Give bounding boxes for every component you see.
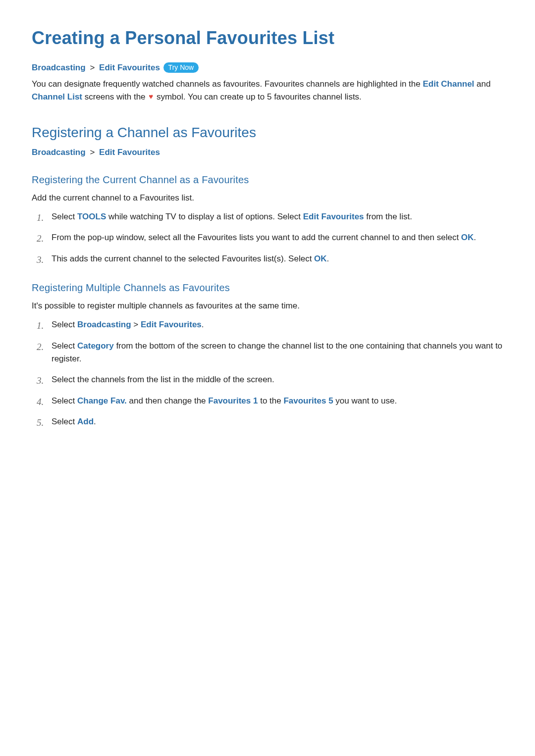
- step-text: Select: [52, 320, 77, 329]
- step-text: Select: [52, 341, 77, 351]
- term-edit-favourites: Edit Favourites: [141, 320, 202, 329]
- step-item: From the pop-up window, select all the F…: [32, 231, 503, 244]
- step-text: This adds the current channel to the sel…: [52, 254, 314, 263]
- term-category: Category: [77, 341, 114, 351]
- step-text: .: [474, 233, 476, 242]
- step-text: Select: [52, 396, 77, 405]
- steps-multi-channel: Select Broadcasting > Edit Favourites. S…: [32, 318, 503, 428]
- term-edit-favourites: Edit Favourites: [303, 212, 364, 221]
- step-text: .: [202, 320, 204, 329]
- heart-icon: ♥: [149, 91, 153, 102]
- intro-text-3: screens with the: [82, 92, 148, 101]
- subsection-heading-current-channel: Registering the Current Channel as a Fav…: [32, 174, 503, 186]
- step-text: .: [327, 254, 329, 263]
- page-title: Creating a Personal Favourites List: [32, 28, 503, 49]
- try-now-badge[interactable]: Try Now: [163, 62, 199, 73]
- breadcrumb-section: Broadcasting > Edit Favourites: [32, 148, 503, 157]
- step-item: Select the channels from the list in the…: [32, 373, 503, 386]
- step-sep: >: [131, 320, 141, 329]
- subsection-heading-multi-channel: Registering Multiple Channels as Favouri…: [32, 282, 503, 294]
- breadcrumb2-part-edit-favourites: Edit Favourites: [99, 148, 160, 157]
- step-item: This adds the current channel to the sel…: [32, 252, 503, 265]
- step-item: Select Add.: [32, 415, 503, 428]
- breadcrumb2-separator: >: [90, 148, 95, 157]
- sub1-lead: Add the current channel to a Favourites …: [32, 192, 503, 204]
- term-add: Add: [77, 417, 94, 426]
- step-text: while watching TV to display a list of o…: [106, 212, 303, 221]
- term-tools: TOOLS: [77, 212, 106, 221]
- intro-text-4: symbol. You can create up to 5 favourite…: [154, 92, 362, 101]
- breadcrumb-part-broadcasting: Broadcasting: [32, 63, 86, 72]
- step-item: Select TOOLS while watching TV to displa…: [32, 210, 503, 223]
- steps-current-channel: Select TOOLS while watching TV to displa…: [32, 210, 503, 265]
- step-item: Select Change Fav. and then change the F…: [32, 395, 503, 407]
- term-favourites-5: Favourites 5: [283, 396, 333, 405]
- term-edit-channel: Edit Channel: [423, 79, 474, 89]
- step-text: Select: [52, 417, 77, 426]
- step-text: to the: [258, 396, 283, 405]
- step-item: Select Category from the bottom of the s…: [32, 340, 503, 366]
- step-text: and then change the: [127, 396, 208, 405]
- step-text: Select: [52, 212, 77, 221]
- term-favourites-1: Favourites 1: [208, 396, 258, 405]
- term-change-fav: Change Fav.: [77, 396, 127, 405]
- term-broadcasting: Broadcasting: [77, 320, 131, 329]
- step-text: From the pop-up window, select all the F…: [52, 233, 461, 242]
- breadcrumb2-part-broadcasting: Broadcasting: [32, 148, 86, 157]
- breadcrumb-main: Broadcasting > Edit Favourites Try Now: [32, 62, 503, 73]
- step-text: from the bottom of the screen to change …: [52, 341, 502, 363]
- step-text: you want to use.: [333, 396, 397, 405]
- step-text: .: [94, 417, 96, 426]
- breadcrumb-separator: >: [90, 63, 95, 72]
- term-channel-list: Channel List: [32, 92, 82, 101]
- step-text: Select the channels from the list in the…: [52, 375, 274, 384]
- page-root: Creating a Personal Favourites List Broa…: [0, 0, 535, 468]
- intro-paragraph: You can designate frequently watched cha…: [32, 78, 503, 104]
- step-text: from the list.: [364, 212, 412, 221]
- term-ok: OK: [314, 254, 327, 263]
- term-ok: OK: [461, 233, 474, 242]
- intro-text-2: and: [474, 79, 490, 89]
- section-heading-registering-channel: Registering a Channel as Favourites: [32, 125, 503, 141]
- sub2-lead: It's possible to register multiple chann…: [32, 300, 503, 312]
- step-item: Select Broadcasting > Edit Favourites.: [32, 318, 503, 331]
- intro-text-1: You can designate frequently watched cha…: [32, 79, 423, 89]
- breadcrumb-part-edit-favourites: Edit Favourites: [99, 63, 160, 72]
